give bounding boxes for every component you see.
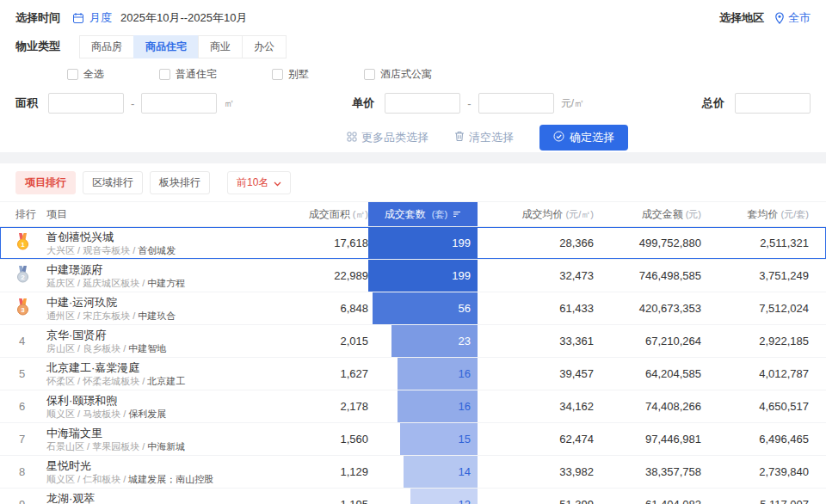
property-type-label: 物业类型 [15,39,60,54]
header-area: 成交面积(㎡) [291,202,368,226]
project-meta: 顺义区 / 马坡板块 / 保利发展 [46,409,166,420]
project-name[interactable]: 北京建工·嘉棠漫庭 [46,361,139,374]
clear-selection-button[interactable]: 清空选择 [454,130,514,145]
area-label: 面积 [15,95,38,111]
tab-district-ranking[interactable]: 区域排行 [83,171,143,194]
cell-avg-price: 61,433 [478,292,594,324]
table-row[interactable]: 4 京华·国贤府房山区 / 良乡板块 / 中建智地 2,015 23 33,36… [0,325,826,358]
project-meta: 延庆区 / 延庆城区板块 / 中建方程 [46,278,185,289]
ranking-tab-bar: 项目排行 区域排行 板块排行 前10名 [0,163,826,201]
checkbox-ordinary-residence[interactable]: 普通住宅 [159,67,217,82]
cell-avg-price: 51,399 [478,489,594,504]
cell-area: 1,560 [291,423,368,455]
property-tab-office[interactable]: 办公 [242,35,287,58]
table-header-row: 排行 项目 成交面积(㎡) 成交套数(套) 成交均价(元/㎡) 成交金额(元) … [0,201,826,227]
check-circle-icon [553,131,564,144]
bronze-medal-icon: 3 [15,298,30,318]
checkbox-select-all[interactable]: 全选 [67,67,104,82]
tab-project-ranking[interactable]: 项目排行 [15,171,76,194]
silver-medal-icon: 2 [15,266,30,286]
filter-panel: 选择时间 月度 2025年10月--2025年10月 选择地区 全市 物业类型 … [0,0,826,152]
units-bar: 199 [368,260,478,292]
cell-per-unit: 2,922,185 [701,325,809,357]
project-meta: 顺义区 / 仁和板块 / 城建发展；南山控股 [46,474,213,485]
property-tab-commercial[interactable]: 商业 [198,35,243,58]
top-n-dropdown[interactable]: 前10名 [227,171,291,194]
units-bar: 199 [368,227,478,259]
project-name[interactable]: 首创禧悦兴城 [46,230,114,243]
cell-avg-price: 28,366 [478,227,594,259]
rank-number: 9 [15,498,25,504]
cell-area: 2,178 [291,390,368,422]
cell-avg-price: 32,473 [478,260,594,292]
units-bar: 16 [398,358,478,390]
project-name[interactable]: 保利·颐璟和煦 [46,394,117,407]
header-units-sorted[interactable]: 成交套数(套) [368,202,478,226]
more-categories-button[interactable]: 更多品类选择 [347,130,428,145]
calendar-icon[interactable] [72,12,84,24]
project-name[interactable]: 中建·运河玖院 [46,296,117,309]
cell-amount: 746,498,585 [594,260,701,292]
property-tab-residential[interactable]: 商品住宅 [133,35,199,58]
rank-number: 8 [15,465,25,478]
location-pin-icon[interactable] [774,12,785,24]
units-bar: 56 [373,292,478,324]
cell-amount: 97,446,981 [594,423,701,455]
svg-text:2: 2 [21,274,25,281]
cell-avg-price: 34,162 [478,390,594,422]
time-mode-toggle[interactable]: 月度 [89,10,112,26]
date-range-value[interactable]: 2025年10月--2025年10月 [120,10,247,26]
cell-amount: 499,752,880 [594,227,701,259]
cell-avg-price: 39,457 [478,358,594,390]
area-max-input[interactable] [141,93,217,114]
project-name[interactable]: 星悦时光 [46,459,91,472]
table-row[interactable]: 7 中海瑞文里石景山区 / 苹果园板块 / 中海新城 1,560 15 62,4… [0,423,826,456]
project-name[interactable]: 京华·国贤府 [46,329,106,341]
area-min-input[interactable] [48,93,124,114]
total-price-min-input[interactable] [735,93,811,114]
rank-number: 7 [15,433,25,446]
table-row[interactable]: 5 北京建工·嘉棠漫庭怀柔区 / 怀柔老城板块 / 北京建工 1,627 16 … [0,358,826,390]
checkbox-villa[interactable]: 别墅 [272,67,309,82]
cell-area: 6,848 [291,292,368,324]
project-meta: 通州区 / 宋庄东板块 / 中建玖合 [46,310,176,322]
rank-number: 5 [15,367,25,380]
cell-amount: 420,673,353 [594,292,701,324]
cell-avg-price: 33,982 [478,456,594,488]
cell-per-unit: 3,751,249 [701,260,809,292]
units-bar: 23 [391,325,478,357]
chevron-down-icon [274,177,281,189]
table-row[interactable]: 1 首创禧悦兴城大兴区 / 观音寺板块 / 首创城发 17,618 199 28… [0,227,826,260]
unit-price-max-input[interactable] [478,93,554,114]
checkbox-serviced-apartment[interactable]: 酒店式公寓 [364,67,432,82]
project-meta: 石景山区 / 苹果园板块 / 中海新城 [46,441,185,452]
project-name[interactable]: 中海瑞文里 [46,427,102,439]
project-name[interactable]: 龙湖·观萃 [46,492,95,504]
cell-amount: 74,408,266 [594,390,701,422]
total-price-label: 总价 [702,95,724,111]
cell-area: 17,618 [291,227,368,259]
property-type-tabs: 商品房 商品住宅 商业 办公 [79,35,286,58]
units-bar: 15 [400,423,478,455]
property-tab-commodity-housing[interactable]: 商品房 [79,35,134,58]
svg-text:1: 1 [21,241,25,249]
rank-number: 4 [15,335,25,347]
table-row[interactable]: 2 中建璟源府延庆区 / 延庆城区板块 / 中建方程 22,989 199 32… [0,260,826,292]
unit-price-label: 单价 [352,95,374,111]
tab-block-ranking[interactable]: 板块排行 [150,171,210,194]
table-row[interactable]: 9 龙湖·观萃昌平区 / 回龙观板块 / 龙湖集团 1,195 12 51,39… [0,489,826,504]
checkbox-icon [364,69,375,80]
confirm-selection-button[interactable]: 确定选择 [539,125,628,151]
table-row[interactable]: 6 保利·颐璟和煦顺义区 / 马坡板块 / 保利发展 2,178 16 34,1… [0,390,826,423]
units-bar: 14 [404,456,478,488]
cell-per-unit: 2,511,321 [701,227,809,259]
header-per-unit-price: 套均价(元/套) [701,202,809,226]
table-row[interactable]: 3 中建·运河玖院通州区 / 宋庄东板块 / 中建玖合 6,848 56 61,… [0,292,826,325]
project-name[interactable]: 中建璟源府 [46,263,102,276]
table-row[interactable]: 8 星悦时光顺义区 / 仁和板块 / 城建发展；南山控股 1,129 14 33… [0,456,826,489]
cell-amount: 67,210,264 [594,325,701,357]
region-value[interactable]: 全市 [788,10,811,26]
cell-per-unit: 5,117,007 [701,489,809,504]
unit-price-min-input[interactable] [385,93,460,114]
cell-per-unit: 2,739,840 [701,456,809,488]
